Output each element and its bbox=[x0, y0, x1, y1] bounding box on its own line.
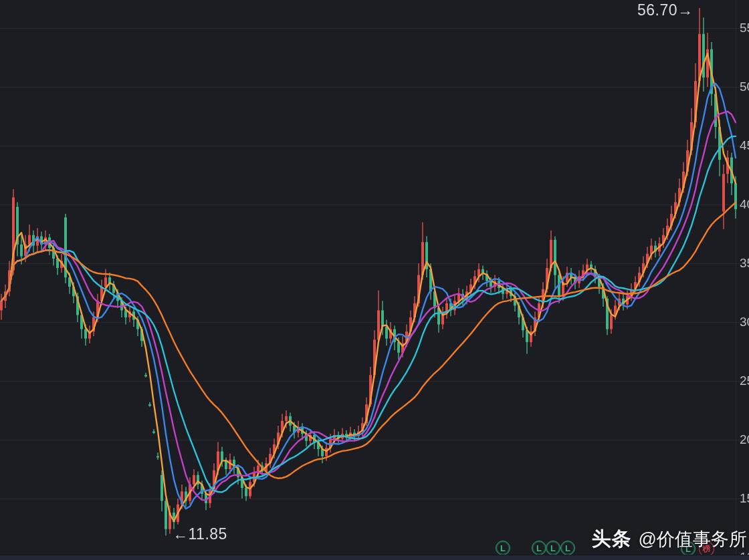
axis-tick-label: 25 bbox=[740, 374, 749, 388]
high-price-annotation: 56.70→ bbox=[637, 1, 693, 19]
watermark-handle: @价值事务所 bbox=[639, 527, 747, 551]
axis-tick-label: 40 bbox=[740, 197, 749, 212]
event-marker-icon[interactable]: L bbox=[532, 541, 546, 555]
low-price-annotation: ←11.85 bbox=[173, 525, 227, 543]
footer-strip bbox=[0, 555, 749, 560]
event-marker-icon[interactable]: L bbox=[496, 541, 510, 555]
event-marker-icon[interactable]: L bbox=[560, 541, 575, 555]
watermark-brand: 头条 bbox=[592, 526, 632, 553]
watermark: 头条 @价值事务所 bbox=[592, 526, 747, 553]
event-marker-icon[interactable]: L bbox=[546, 541, 560, 555]
stock-chart: 56.70→ ←11.85 55504540353025201510 LLLLL… bbox=[0, 0, 749, 560]
axis-tick-label: 45 bbox=[740, 138, 749, 153]
axis-tick-label: 55 bbox=[740, 21, 749, 35]
axis-tick-label: 50 bbox=[740, 80, 749, 94]
axis-tick-label: 35 bbox=[740, 256, 749, 271]
candlestick-canvas[interactable] bbox=[0, 0, 749, 555]
axis-tick-label: 20 bbox=[740, 432, 749, 447]
axis-tick-label: 30 bbox=[740, 315, 749, 329]
axis-tick-label: 15 bbox=[740, 491, 749, 506]
